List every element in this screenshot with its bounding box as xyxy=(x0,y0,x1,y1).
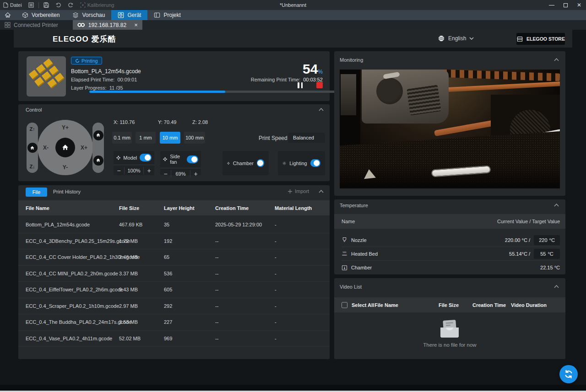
undo-button[interactable] xyxy=(52,0,65,10)
video-collapse-icon[interactable] xyxy=(554,285,559,288)
lighting-label: Lighting xyxy=(289,161,307,166)
layer-height-cell: 192 xyxy=(164,238,172,244)
y-plus-button[interactable]: Y+ xyxy=(62,124,69,131)
chamber-fan-toggle[interactable] xyxy=(257,159,264,167)
device-ip-tab[interactable]: 192.168.178.82 × xyxy=(73,20,142,30)
maximize-button[interactable] xyxy=(559,0,572,10)
pause-button[interactable] xyxy=(298,82,305,88)
file-size-cell: 1.72 MB xyxy=(119,238,138,244)
plus-icon xyxy=(288,189,293,194)
z-up-button[interactable]: Z↑ xyxy=(29,126,35,132)
y-minus-button[interactable]: Y- xyxy=(63,164,68,171)
table-row[interactable]: ECC_0.4_The Buddha_PLA0.2_24m17s.gcode3.… xyxy=(18,314,330,331)
file-collapse-icon[interactable] xyxy=(319,190,324,193)
project-icon xyxy=(154,12,160,18)
model-fan-toggle[interactable] xyxy=(140,154,152,161)
tab-vorschau[interactable]: Vorschau xyxy=(66,10,111,20)
xy-jog-pad: Y+ X- X+ Y- xyxy=(38,120,93,175)
side-fan-plus-button[interactable]: + xyxy=(190,170,201,177)
remaining-time-label: Remaining Print Time: xyxy=(251,77,300,82)
side-fan-minus-button[interactable]: − xyxy=(160,170,171,177)
minimize-button[interactable]: — xyxy=(545,0,559,10)
connected-printer-label: Connected Printer xyxy=(14,22,58,28)
nozzle-target-input[interactable]: 220 °C xyxy=(534,235,560,245)
table-row[interactable]: ECC_0.4_CC MINI_PLA0.2_2h0m.gcode3.37 MB… xyxy=(18,266,330,282)
table-row[interactable]: Bottom_PLA_12m54s.gcode467.69 KB352025-0… xyxy=(18,217,330,233)
step-100mm-button[interactable]: 100 mm xyxy=(184,132,205,144)
side-fan-toggle[interactable] xyxy=(187,156,198,163)
table-row[interactable]: ECC_0.4_EiffelTower_PLA0.2_2h6m.gcode9.4… xyxy=(18,282,330,298)
col-creation-time: Creation Time xyxy=(215,205,249,211)
refresh-icon xyxy=(564,369,574,379)
model-fan-value[interactable]: 100% xyxy=(125,168,143,173)
xy-home-button[interactable] xyxy=(55,138,75,157)
nozzle-icon xyxy=(342,237,347,243)
select-all-checkbox[interactable] xyxy=(342,302,347,308)
file-name-cell: ECC_0.4_EiffelTower_PLA0.2_2h6m.gcode xyxy=(26,287,123,292)
bed-target-input[interactable]: 55 °C xyxy=(534,249,560,259)
print-speed-label: Print Speed xyxy=(259,135,288,141)
layer-progress-value: 11 /35 xyxy=(109,85,123,91)
monitoring-collapse-icon[interactable] xyxy=(554,58,559,61)
elegoo-store-button[interactable]: ELEGOO STORE xyxy=(516,33,565,45)
x-minus-button[interactable]: X- xyxy=(43,145,49,151)
temp-value-col: Current Value / Target Value xyxy=(497,219,560,224)
camera-warning-label xyxy=(363,169,376,179)
x-plus-button[interactable]: X+ xyxy=(81,145,87,151)
undo-icon xyxy=(55,2,61,8)
table-row[interactable]: ECC_0.4_Scraper_PLA0.2_1h10m.gcode2.97 M… xyxy=(18,298,330,315)
empty-tray-icon xyxy=(439,319,461,339)
home-icon xyxy=(61,144,69,151)
temperature-collapse-icon[interactable] xyxy=(554,204,559,207)
tab-geraet[interactable]: Gerät xyxy=(111,10,147,20)
side-fan-value[interactable]: 69% xyxy=(171,171,190,177)
temp-name-col: Name xyxy=(342,219,355,224)
x-coordinate: X: 110.76 xyxy=(114,119,135,125)
home-all-button[interactable] xyxy=(93,130,103,140)
table-row[interactable]: ECC_0.4_3DBenchy_PLA0.25_15m29s.gcode1.7… xyxy=(18,233,330,250)
home-tab[interactable] xyxy=(0,10,16,20)
file-menu[interactable]: Datei xyxy=(0,0,25,10)
layer-height-cell: 292 xyxy=(164,303,172,309)
table-row[interactable]: ECC_0.4_CC Cover Holder_PLA0.2_1h30m.gco… xyxy=(18,249,330,266)
close-tab-icon[interactable]: × xyxy=(134,21,138,28)
stop-button[interactable] xyxy=(316,82,323,88)
control-collapse-icon[interactable] xyxy=(319,108,324,111)
col-file-size: File Size xyxy=(119,205,139,211)
model-fan-plus-button[interactable]: + xyxy=(143,167,154,174)
calibration-button[interactable]: Kalibrierung xyxy=(77,0,118,10)
connected-printer-tab[interactable]: Connected Printer xyxy=(0,20,63,30)
tab-file[interactable]: File xyxy=(26,188,47,197)
col-material-length: Material Length xyxy=(275,205,312,211)
step-10mm-button[interactable]: 10 mm xyxy=(160,132,180,144)
maximize-icon xyxy=(564,3,568,7)
tab-vorbereiten[interactable]: Vorbereiten xyxy=(16,10,66,20)
z-home-button[interactable] xyxy=(27,143,38,153)
lighting-toggle[interactable] xyxy=(310,159,320,167)
tab-geraet-label: Gerät xyxy=(127,12,141,18)
step-1mm-button[interactable]: 1 mm xyxy=(136,132,156,144)
tab-projekt[interactable]: Projekt xyxy=(147,10,187,20)
home-xy-button[interactable] xyxy=(93,156,103,166)
step-0-1mm-button[interactable]: 0.1 mm xyxy=(112,132,132,144)
notes-button[interactable] xyxy=(25,0,37,10)
close-button[interactable]: ✕ xyxy=(572,0,586,10)
model-fan-minus-button[interactable]: − xyxy=(114,167,125,174)
file-name-cell: ECC_0.4_CC MINI_PLA0.2_2h0m.gcode xyxy=(26,271,118,276)
file-name-cell: ECC_0.4_The Buddha_PLA0.2_24m17s.gcode xyxy=(26,319,131,325)
z-down-button[interactable]: Z↓ xyxy=(29,164,35,169)
fan-icon xyxy=(227,161,230,166)
print-speed-select[interactable]: Balanced xyxy=(288,133,325,143)
layer-height-cell: 605 xyxy=(164,287,172,292)
language-selector[interactable]: English xyxy=(438,35,474,42)
tab-print-history[interactable]: Print History xyxy=(53,189,81,194)
table-row[interactable]: ECC_0.4_Vase_PLA0.2_4h11m.gcode52.02 MB9… xyxy=(18,331,330,347)
redo-button[interactable] xyxy=(65,0,77,10)
import-button[interactable]: Import xyxy=(288,188,309,194)
refresh-button[interactable] xyxy=(559,365,578,383)
remaining-time: Remaining Print Time: 00:03:52 xyxy=(0,77,323,82)
video-col-file-name: File Name xyxy=(374,302,398,308)
save-button[interactable] xyxy=(40,0,52,10)
chamber-current-value: 22.15 °C xyxy=(540,265,560,270)
file-size-cell: 467.69 KB xyxy=(119,222,142,227)
